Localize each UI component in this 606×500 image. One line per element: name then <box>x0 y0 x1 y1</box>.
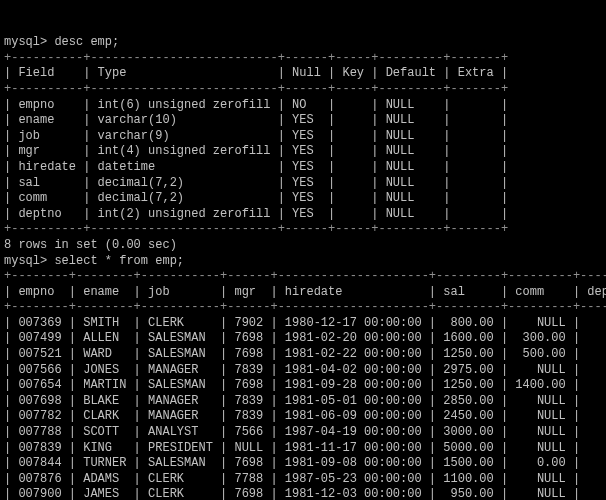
table-separator: +--------+--------+-----------+------+--… <box>4 300 602 316</box>
result-footer: 8 rows in set (0.00 sec) <box>4 238 602 254</box>
table-row: | 007654 | MARTIN | SALESMAN | 7698 | 19… <box>4 378 602 394</box>
table-row: | 007521 | WARD | SALESMAN | 7698 | 1981… <box>4 347 602 363</box>
table-row: | mgr | int(4) unsigned zerofill | YES |… <box>4 144 602 160</box>
terminal-output: mysql> desc emp;+----------+------------… <box>4 35 602 500</box>
table-header: | empno | ename | job | mgr | hiredate |… <box>4 285 602 301</box>
table-row: | 007369 | SMITH | CLERK | 7902 | 1980-1… <box>4 316 602 332</box>
table-row: | deptno | int(2) unsigned zerofill | YE… <box>4 207 602 223</box>
table-row: | 007844 | TURNER | SALESMAN | 7698 | 19… <box>4 456 602 472</box>
table-separator: +----------+--------------------------+-… <box>4 82 602 98</box>
table-separator: +----------+--------------------------+-… <box>4 51 602 67</box>
table-header: | Field | Type | Null | Key | Default | … <box>4 66 602 82</box>
table-row: | 007839 | KING | PRESIDENT | NULL | 198… <box>4 441 602 457</box>
table-separator: +----------+--------------------------+-… <box>4 222 602 238</box>
table-row: | job | varchar(9) | YES | | NULL | | <box>4 129 602 145</box>
mysql-prompt: mysql> desc emp; <box>4 35 602 51</box>
table-row: | ename | varchar(10) | YES | | NULL | | <box>4 113 602 129</box>
table-row: | 007782 | CLARK | MANAGER | 7839 | 1981… <box>4 409 602 425</box>
table-row: | 007499 | ALLEN | SALESMAN | 7698 | 198… <box>4 331 602 347</box>
table-row: | 007788 | SCOTT | ANALYST | 7566 | 1987… <box>4 425 602 441</box>
table-separator: +--------+--------+-----------+------+--… <box>4 269 602 285</box>
table-row: | comm | decimal(7,2) | YES | | NULL | | <box>4 191 602 207</box>
table-row: | 007900 | JAMES | CLERK | 7698 | 1981-1… <box>4 487 602 500</box>
table-row: | empno | int(6) unsigned zerofill | NO … <box>4 98 602 114</box>
table-row: | 007698 | BLAKE | MANAGER | 7839 | 1981… <box>4 394 602 410</box>
table-row: | 007566 | JONES | MANAGER | 7839 | 1981… <box>4 363 602 379</box>
table-row: | hiredate | datetime | YES | | NULL | | <box>4 160 602 176</box>
table-row: | sal | decimal(7,2) | YES | | NULL | | <box>4 176 602 192</box>
mysql-prompt: mysql> select * from emp; <box>4 254 602 270</box>
table-row: | 007876 | ADAMS | CLERK | 7788 | 1987-0… <box>4 472 602 488</box>
